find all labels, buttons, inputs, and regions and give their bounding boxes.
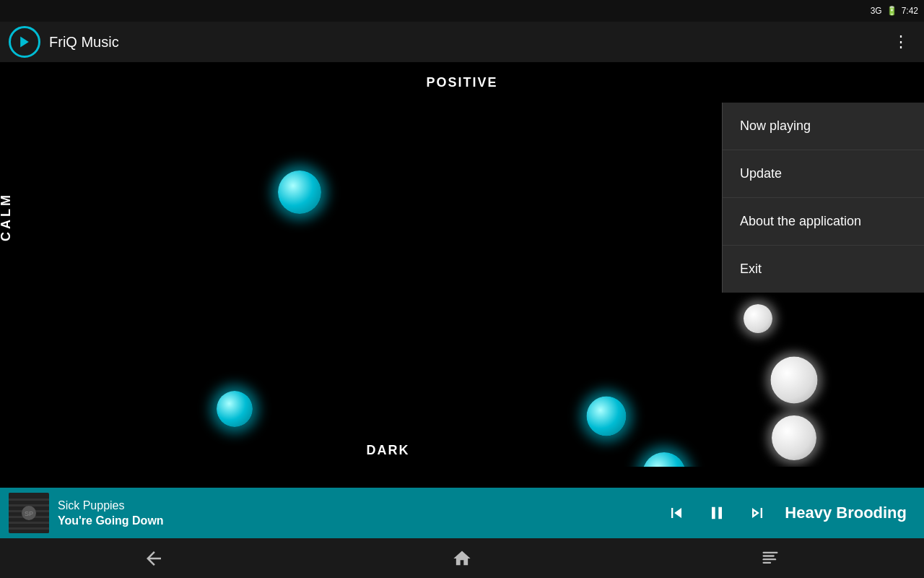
mood-dot-7[interactable] [772, 415, 816, 460]
mood-label: Heavy Brooding [785, 504, 907, 522]
pause-button[interactable] [704, 500, 730, 526]
overflow-menu-button[interactable]: ⋮ [887, 27, 915, 57]
skip-next-icon [747, 503, 767, 523]
svg-rect-7 [9, 527, 49, 530]
battery-icon: 🔋 [886, 6, 897, 16]
menu-item-about[interactable]: About the application [723, 198, 924, 246]
svg-marker-0 [20, 37, 29, 48]
player-controls [663, 500, 770, 526]
app-bar: FriQ Music ⋮ [0, 22, 924, 62]
back-button[interactable] [125, 538, 183, 578]
svg-text:SP: SP [25, 510, 33, 517]
status-bar: 3G 🔋 7:42 [0, 0, 924, 22]
home-button[interactable] [433, 538, 491, 578]
label-positive: POSITIVE [426, 75, 497, 90]
app-title: FriQ Music [49, 34, 887, 51]
navigation-bar [0, 538, 924, 578]
menu-item-update[interactable]: Update [723, 150, 924, 198]
pause-icon [707, 503, 727, 523]
label-calm: CALM [0, 192, 14, 241]
next-button[interactable] [744, 500, 770, 526]
dropdown-menu: Now playing Update About the application… [722, 103, 924, 293]
visualization-area: POSITIVE DARK CALM ENERGETIC Now playing… [0, 62, 924, 467]
svg-rect-12 [762, 558, 776, 560]
mood-dot-5[interactable] [744, 304, 772, 333]
mood-dot-1[interactable] [278, 171, 321, 214]
svg-rect-13 [762, 561, 771, 563]
menu-item-now-playing[interactable]: Now playing [723, 103, 924, 150]
mood-dot-4[interactable] [642, 452, 686, 467]
back-icon [143, 548, 165, 569]
album-art: SP [9, 493, 49, 533]
mood-dot-6[interactable] [771, 357, 818, 404]
home-icon [452, 548, 472, 569]
play-triangle-icon [17, 35, 32, 49]
recents-icon [760, 548, 780, 569]
skip-previous-icon [666, 503, 687, 523]
svg-rect-6 [9, 522, 49, 524]
menu-item-exit[interactable]: Exit [723, 246, 924, 293]
play-icon-button[interactable] [9, 26, 40, 58]
time-display: 7:42 [902, 6, 918, 16]
album-art-image: SP [9, 493, 49, 533]
mood-dot-3[interactable] [587, 397, 627, 436]
track-title: You're Going Down [58, 514, 663, 527]
svg-rect-2 [9, 499, 49, 501]
network-indicator: 3G [871, 6, 882, 16]
svg-rect-11 [762, 555, 774, 556]
now-playing-bar: SP Sick Puppies You're Going Down Heavy … [0, 488, 924, 538]
track-info: Sick Puppies You're Going Down [58, 499, 663, 527]
mood-dot-2[interactable] [217, 391, 253, 427]
track-artist: Sick Puppies [58, 499, 663, 512]
album-art-graphic: SP [9, 493, 49, 533]
recents-button[interactable] [741, 538, 799, 578]
previous-button[interactable] [663, 500, 689, 526]
svg-rect-10 [762, 551, 777, 553]
label-dark: DARK [367, 443, 410, 458]
